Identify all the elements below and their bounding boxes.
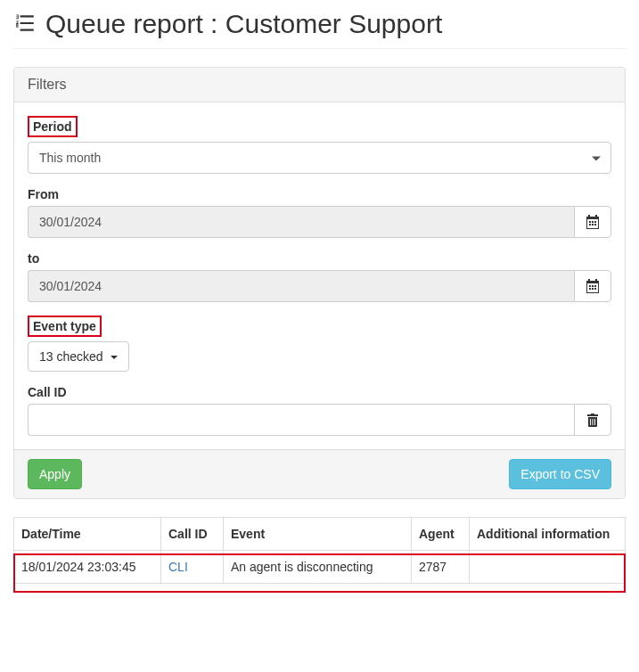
cell-call-id: CLI (161, 551, 224, 584)
col-call-id: Call ID (161, 518, 224, 551)
call-id-input[interactable] (28, 404, 574, 436)
apply-button[interactable]: Apply (28, 459, 82, 489)
from-calendar-button[interactable] (574, 206, 611, 238)
page-title: Queue report : Customer Support (45, 9, 442, 39)
export-csv-button[interactable]: Export to CSV (509, 459, 611, 489)
event-type-dropdown[interactable]: 13 checked (28, 341, 129, 372)
from-input[interactable] (28, 206, 574, 238)
numbered-list-icon (13, 12, 37, 37)
calendar-icon (586, 279, 600, 293)
col-additional: Additional information (470, 518, 626, 551)
col-agent: Agent (412, 518, 470, 551)
cell-additional (470, 551, 626, 584)
period-label: Period (28, 116, 78, 137)
period-select[interactable]: This month (28, 142, 611, 174)
table-header-row: Date/Time Call ID Event Agent Additional… (14, 518, 626, 551)
period-group: Period This month (28, 116, 611, 174)
to-input-group (28, 270, 611, 302)
from-group: From (28, 187, 611, 238)
calendar-icon (586, 215, 600, 229)
event-type-value: 13 checked (39, 349, 103, 364)
call-id-clear-button[interactable] (574, 404, 611, 436)
event-type-label: Event type (28, 316, 102, 337)
to-input[interactable] (28, 270, 574, 302)
filters-panel: Filters Period This month From to (13, 67, 626, 499)
call-id-input-group (28, 404, 611, 436)
to-label: to (28, 251, 39, 266)
cell-event: An agent is disconnecting (224, 551, 412, 584)
from-label: From (28, 187, 59, 201)
call-id-label: Call ID (28, 385, 67, 399)
caret-down-icon (111, 356, 118, 359)
call-id-group: Call ID (28, 385, 611, 436)
from-input-group (28, 206, 611, 238)
trash-icon (586, 413, 600, 427)
table-row: 18/01/2024 23:03:45 CLI An agent is disc… (14, 551, 626, 584)
cell-datetime: 18/01/2024 23:03:45 (14, 551, 161, 584)
results-table-wrap: Date/Time Call ID Event Agent Additional… (13, 517, 626, 584)
cell-agent: 2787 (412, 551, 470, 584)
period-select-wrap: This month (28, 142, 611, 174)
results-table: Date/Time Call ID Event Agent Additional… (13, 517, 626, 584)
col-datetime: Date/Time (14, 518, 161, 551)
filters-panel-body: Period This month From to (14, 102, 625, 449)
page-header: Queue report : Customer Support (13, 9, 626, 49)
col-event: Event (224, 518, 412, 551)
to-group: to (28, 251, 611, 302)
filters-panel-heading: Filters (14, 68, 625, 102)
event-type-group: Event type 13 checked (28, 316, 611, 372)
call-id-link[interactable]: CLI (168, 560, 188, 574)
filters-panel-footer: Apply Export to CSV (14, 449, 625, 498)
to-calendar-button[interactable] (574, 270, 611, 302)
